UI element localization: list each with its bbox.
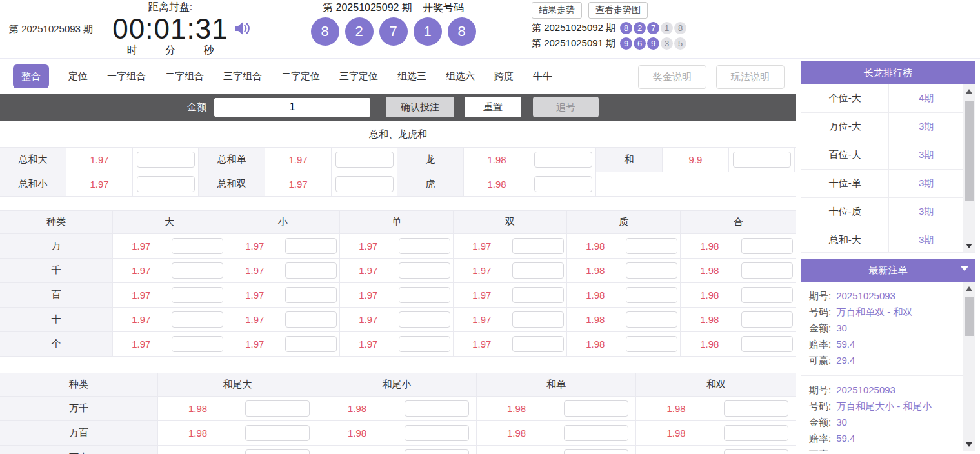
bet-input[interactable] xyxy=(741,262,793,279)
orders-panel-title[interactable]: 最新注单 xyxy=(801,259,975,282)
reset-button[interactable]: 重置 xyxy=(465,97,521,117)
odds-value: 1.97 xyxy=(66,148,133,172)
tab-zhenghe[interactable]: 整合 xyxy=(13,64,49,88)
bet-input[interactable] xyxy=(399,336,450,352)
odds-value: 1.98 xyxy=(567,234,624,258)
bet-input[interactable] xyxy=(285,311,337,328)
confirm-bet-button[interactable]: 确认投注 xyxy=(386,97,454,117)
bet-input[interactable] xyxy=(741,336,793,352)
column-header: 和双 xyxy=(636,373,796,396)
ranking-count: 3期 xyxy=(889,113,963,141)
bet-input[interactable] xyxy=(172,287,223,303)
draw-ball: 8 xyxy=(311,17,339,46)
bet-input[interactable] xyxy=(564,400,628,417)
scroll-thumb[interactable] xyxy=(965,101,974,201)
bet-input[interactable] xyxy=(245,400,310,417)
bet-input[interactable] xyxy=(534,152,592,168)
ranking-row: 十位-质 3期 xyxy=(801,198,963,226)
odds-value: 1.97 xyxy=(226,234,283,258)
tab-zuxuan-liu[interactable]: 组选六 xyxy=(446,70,475,83)
speaker-icon[interactable] xyxy=(232,18,253,39)
collapse-caret-icon[interactable] xyxy=(961,266,968,271)
bet-input[interactable] xyxy=(172,238,223,254)
scroll-down-icon[interactable] xyxy=(963,438,975,451)
bet-input[interactable] xyxy=(399,262,450,279)
bet-input[interactable] xyxy=(512,238,564,254)
ranking-count: 3期 xyxy=(889,226,963,253)
position-bet-table: 种类 大 小 单 双 质 合 万 1.97 1.97 1.97 1.97 1.9… xyxy=(0,210,796,357)
bet-input[interactable] xyxy=(137,152,195,168)
bet-input[interactable] xyxy=(335,176,394,192)
tab-zuxuan-san[interactable]: 组选三 xyxy=(397,70,426,83)
bet-input[interactable] xyxy=(564,425,628,441)
result-trend-button[interactable]: 结果走势 xyxy=(532,2,582,19)
chase-number-button[interactable]: 追号 xyxy=(533,97,599,117)
tab-erzi-zuhe[interactable]: 二字组合 xyxy=(165,70,204,83)
bet-input[interactable] xyxy=(741,238,793,254)
bet-input[interactable] xyxy=(399,287,450,303)
bet-input[interactable] xyxy=(405,449,469,454)
scrollbar[interactable] xyxy=(963,84,975,252)
bet-input[interactable] xyxy=(285,336,337,352)
bet-input[interactable] xyxy=(285,287,337,303)
bet-input[interactable] xyxy=(405,425,469,441)
bet-input[interactable] xyxy=(741,287,793,303)
tail-sum-table: 种类 和尾大 和尾小 和单 和双 万千 1.98 1.98 1.98 1.98 … xyxy=(0,373,796,454)
bet-input[interactable] xyxy=(741,311,793,328)
bet-input[interactable] xyxy=(512,287,564,303)
bet-input[interactable] xyxy=(626,238,677,254)
tab-kuadu[interactable]: 跨度 xyxy=(494,70,514,83)
bet-input[interactable] xyxy=(405,400,469,417)
bet-input[interactable] xyxy=(285,262,337,279)
bonus-info-button[interactable]: 奖金说明 xyxy=(638,65,706,89)
odds-value: 1.98 xyxy=(158,397,237,420)
tab-sanzi-dingwei[interactable]: 三字定位 xyxy=(339,70,378,83)
scrollbar[interactable] xyxy=(963,282,975,451)
scroll-thumb[interactable] xyxy=(965,297,974,336)
bet-input[interactable] xyxy=(733,152,791,168)
bet-input[interactable] xyxy=(626,311,677,328)
bet-input[interactable] xyxy=(512,262,564,279)
scroll-up-icon[interactable] xyxy=(963,84,975,97)
ranking-name: 万位-大 xyxy=(801,113,889,141)
tab-dingwei[interactable]: 定位 xyxy=(68,70,88,83)
tab-niuniu[interactable]: 牛牛 xyxy=(533,70,552,83)
odds-value: 1.98 xyxy=(317,397,397,420)
bet-input[interactable] xyxy=(724,425,788,441)
bet-input[interactable] xyxy=(172,336,223,352)
amount-input[interactable] xyxy=(214,98,370,117)
bet-input[interactable] xyxy=(172,311,223,328)
bet-input[interactable] xyxy=(285,238,337,254)
rules-info-button[interactable]: 玩法说明 xyxy=(716,65,785,89)
bet-input[interactable] xyxy=(172,262,223,279)
draw-result-section: 第 20251025092 期 开奖号码 8 2 7 1 8 xyxy=(264,0,523,58)
bet-input[interactable] xyxy=(626,262,677,279)
bet-input[interactable] xyxy=(399,238,450,254)
history-ball: 7 xyxy=(647,22,659,34)
bet-input[interactable] xyxy=(512,336,564,352)
bet-input[interactable] xyxy=(335,152,394,168)
bet-input[interactable] xyxy=(512,311,564,328)
bet-input[interactable] xyxy=(626,287,677,303)
odds-value: 1.97 xyxy=(454,308,510,331)
row-label: 十 xyxy=(0,308,113,331)
tab-sanzi-zuhe[interactable]: 三字组合 xyxy=(223,70,262,83)
column-header: 小 xyxy=(226,211,340,233)
bet-input[interactable] xyxy=(245,425,310,441)
bet-input[interactable] xyxy=(137,176,195,192)
scroll-down-icon[interactable] xyxy=(963,239,975,252)
view-trend-chart-button[interactable]: 查看走势图 xyxy=(588,2,648,19)
bet-input[interactable] xyxy=(564,449,628,454)
bet-input[interactable] xyxy=(724,449,788,454)
tab-yizi-zuhe[interactable]: 一字组合 xyxy=(107,70,146,83)
bet-input[interactable] xyxy=(626,336,677,352)
row-label: 百 xyxy=(0,283,113,307)
bet-input[interactable] xyxy=(245,449,310,454)
ranking-row: 个位-大 4期 xyxy=(801,84,963,113)
scroll-up-icon[interactable] xyxy=(963,282,975,295)
bet-input[interactable] xyxy=(534,176,592,192)
odds-value: 1.97 xyxy=(113,234,170,258)
bet-input[interactable] xyxy=(724,400,788,417)
tab-erzi-dingwei[interactable]: 二字定位 xyxy=(281,70,320,83)
bet-input[interactable] xyxy=(399,311,450,328)
